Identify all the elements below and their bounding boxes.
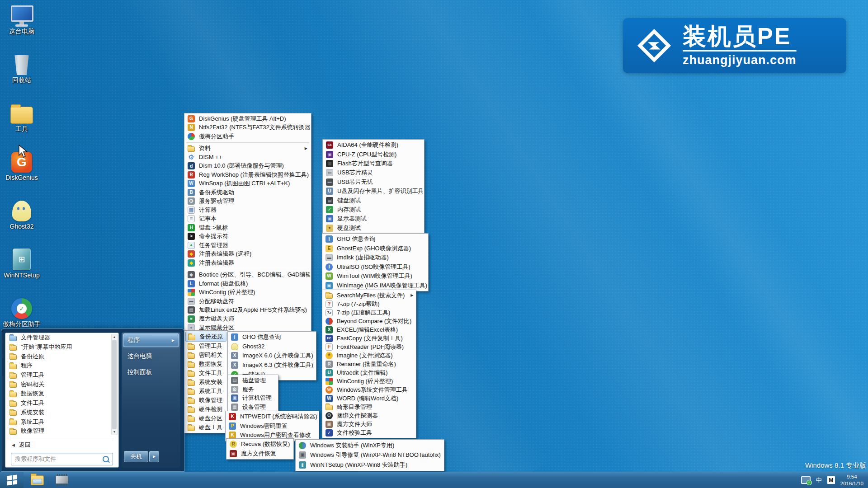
desktop-icon-recycle-bin[interactable]: 回收站 [1,52,42,84]
start-button[interactable] [0,472,24,488]
menu-item[interactable]: ▣魔方文件大师 [323,420,415,428]
search-input[interactable]: 搜索程序和文件 [11,453,113,465]
start-menu-item[interactable]: 程序 [5,361,118,371]
menu-item[interactable]: Ghost32 [229,342,315,352]
menu-item[interactable]: iGHO 信息查询 [323,235,427,244]
desktop-icon-tools-folder[interactable]: 工具 [1,100,42,132]
menu-item[interactable]: B备份系统驱动 [185,188,310,197]
menu-item[interactable]: 系统安装▶ [185,378,226,387]
menu-item[interactable]: H键盘->鼠标 [185,223,310,232]
menu-item[interactable]: ▣显示器测试 [324,214,423,223]
menu-item[interactable]: FFoxitReader (PDF阅读器) [323,343,415,351]
shutdown-button[interactable]: 关机 [124,451,148,462]
start-menu-item[interactable]: 数据恢复 [5,389,118,399]
menu-item[interactable]: ⚙服务 [229,385,277,394]
menu-item[interactable]: 硬件检测▶ [185,405,226,414]
menu-item[interactable]: ◆注册表编辑器 (远程) [185,250,310,259]
menu-item[interactable]: ▣WinImage (IMG IMA映像管理工具) [323,281,427,291]
menu-item[interactable]: RRecuva (数据恢复) [227,440,292,449]
menu-item[interactable]: 资料▶ [185,144,310,153]
menu-item[interactable]: 系统工具▶ [185,387,226,396]
menu-item[interactable]: 文件工具▶ [185,369,226,378]
menu-item[interactable]: XImageX 6.3 (文件映像工具) [229,361,315,370]
desktop-icon-partition-assistant[interactable]: ✓傲梅分区助手 [1,296,42,328]
start-menu-item[interactable]: 密码相关 [5,380,118,389]
menu-item[interactable]: 备份还原▶ [185,332,226,342]
menu-item[interactable]: ?7-zip (7-zip帮助) [323,300,415,308]
menu-item[interactable]: WWinSnap (抓图画图 CTRL+ALT+K) [185,179,310,188]
menu-item[interactable]: XEXCEL(编辑Excel表格) [323,325,415,334]
start-menu-item[interactable]: 文件管理器 [5,333,118,343]
start-menu-item[interactable]: 映像管理 [5,427,118,436]
menu-item[interactable]: GDiskGenius (硬盘管理工具 Alt+D) [185,114,310,123]
menu-item[interactable]: UU盘及闪存卡黑片、扩容识别工具 [324,187,423,196]
menu-item[interactable]: WinContig (碎片整理) [185,288,310,297]
menu-item[interactable]: IUltraISO (ISO映像管理工具) [323,263,427,272]
ime-indicator[interactable]: 中 [816,476,822,484]
menu-item[interactable]: XImageX 6.0 (文件映像工具) [229,351,315,361]
menu-item[interactable]: ■魔方磁盘大师 [185,314,310,324]
menu-item[interactable]: 硬盘分区▶ [185,414,226,423]
menu-item[interactable]: 密码相关▶ [185,351,226,360]
desktop-icon-this-pc[interactable]: 这台电脑 [1,3,42,35]
menu-item[interactable]: O捆绑文件探测器 [323,411,415,420]
menu-item[interactable]: ✓文件校验工具 [323,428,415,437]
start-menu-item[interactable]: 文件工具 [5,399,118,408]
menu-item[interactable]: ▣魔方文件恢复 [227,449,292,459]
start-menu-item[interactable]: 系统安装 [5,408,118,418]
clock[interactable]: 9:54 2016/1/10 [840,474,865,487]
language-indicator[interactable]: M [827,476,835,484]
menu-item[interactable]: EGhostExp (GHO映像浏览器) [323,244,427,253]
menu-item[interactable]: ≡记事本 [185,215,310,224]
start-menu-item[interactable]: 管理工具 [5,371,118,380]
menu-item[interactable]: ▬Imdisk (虚拟驱动器) [323,253,427,263]
menu-item[interactable]: ▬USB芯片无忧 [324,178,423,187]
menu-item[interactable]: ▣计算机管理 [229,394,277,403]
menu-item[interactable]: ▥Flash芯片型号查询器 [324,159,423,168]
menu-item[interactable]: ▭USB芯片精灵 [324,168,423,177]
menu-item[interactable]: SearchMyFiles (搜索文件)▶ [323,291,415,300]
shutdown-options-button[interactable]: ▶ [149,451,159,462]
menu-item[interactable]: ▣CPU-Z (CPU型号检测) [324,150,423,159]
menu-item[interactable]: ●硬盘测试 [324,224,423,233]
start-menu-item[interactable]: "开始"屏幕中的应用 [5,343,118,352]
control-panel-link[interactable]: 控制面板 [122,364,180,380]
scroll-up-icon[interactable]: ▲ [113,334,116,340]
menu-item[interactable]: WWimTool (WIM映像管理工具) [323,272,427,281]
menu-item[interactable]: Beyond Compare (文件对比) [323,317,415,325]
menu-item[interactable]: 畸形目录管理 [323,403,415,411]
start-menu-item[interactable]: 系统工具 [5,417,118,427]
menu-item[interactable]: >命令提示符 [185,232,310,241]
start-menu-item[interactable]: 备份还原 [5,352,118,361]
scroll-down-icon[interactable]: ▼ [113,429,116,435]
menu-item[interactable]: RReg WorkShop (注册表编辑快照替换工具) [185,170,310,179]
menu-item[interactable]: LLformat (磁盘低格) [185,279,310,288]
menu-item[interactable]: 傲梅分区助手 [185,132,310,141]
menu-item[interactable]: WWindows系统文件管理工具 [323,385,415,394]
menu-item[interactable]: ▬分配移动盘符 [185,297,310,306]
menu-item[interactable]: RRenamer (批量重命名) [323,360,415,368]
desktop-icon-winntsetup[interactable]: ⊞WinNTSetup [1,247,42,279]
network-status-icon[interactable] [801,476,811,484]
menu-item[interactable]: 硬盘工具▶ [185,423,226,432]
menu-item[interactable]: dDism 10.0 (部署镜像服务与管理) [185,162,310,171]
menu-item[interactable]: 数据恢复▶ [185,360,226,369]
menu-item[interactable]: iGHO 信息查询 [229,333,315,342]
scroll-thumb[interactable] [112,340,117,429]
ramdisk-taskbar-button[interactable] [56,476,68,485]
menu-item[interactable]: ✓内存测试 [324,205,423,214]
menu-item[interactable]: ▤键盘测试 [324,196,423,205]
menu-item[interactable]: ▤磁盘管理 [229,376,277,385]
back-button[interactable]: ◀ 返回 [5,438,118,452]
menu-item[interactable]: *Imagine (文件浏览器) [323,351,415,360]
menu-item[interactable]: 映像管理▶ [185,396,226,405]
menu-item[interactable]: Windows 安装助手 (WinXP专用) [297,441,443,450]
menu-item[interactable]: UUltraedit (文件编辑) [323,368,415,377]
menu-item[interactable]: ⚙DISM ++ [185,153,310,162]
this-pc-link[interactable]: 这台电脑 [122,348,180,364]
menu-item[interactable]: 管理工具▶ [185,342,226,351]
menu-item[interactable]: WWORD (编辑Word文档) [323,394,415,403]
menu-item[interactable]: 7z7-zip (压缩解压工具) [323,308,415,317]
menu-item[interactable]: 64AIDA64 (全能硬件检测) [324,141,423,150]
menu-item[interactable]: ▣Windows 引导修复 (WinXP-Win8 NTBOOTautofix) [297,450,443,460]
